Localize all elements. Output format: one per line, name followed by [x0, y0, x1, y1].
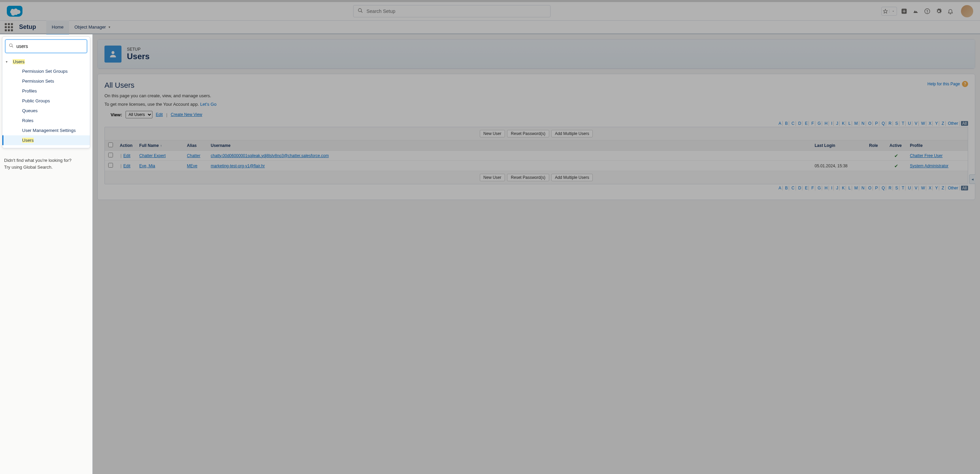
favorites-group[interactable]: [881, 7, 897, 16]
alpha-m[interactable]: M: [853, 185, 859, 190]
alpha-c[interactable]: C: [791, 121, 796, 126]
edit-link[interactable]: Edit: [123, 163, 130, 168]
alpha-c[interactable]: C: [791, 185, 796, 190]
view-create-link[interactable]: Create New View: [171, 112, 202, 117]
alpha-a[interactable]: A: [778, 121, 783, 126]
alpha-s[interactable]: S: [894, 185, 899, 190]
global-search-input[interactable]: [366, 8, 546, 14]
alpha-i[interactable]: I: [830, 185, 834, 190]
col-role[interactable]: Role: [865, 140, 886, 151]
expand-flyout[interactable]: ◂: [969, 174, 975, 184]
alpha-u[interactable]: U: [907, 121, 912, 126]
trailhead-icon[interactable]: [911, 7, 920, 16]
alpha-o[interactable]: O: [867, 121, 873, 126]
tab-home[interactable]: Home: [46, 21, 69, 34]
help-icon[interactable]: [923, 7, 932, 16]
salesforce-logo[interactable]: [7, 6, 22, 17]
app-launcher-icon[interactable]: [5, 23, 13, 31]
lets-go-link[interactable]: Let's Go: [200, 101, 216, 107]
star-icon[interactable]: [882, 9, 889, 14]
alpha-other[interactable]: Other: [947, 185, 959, 190]
sidebar-item-queues[interactable]: Queues: [2, 106, 90, 116]
alpha-l[interactable]: L: [847, 121, 852, 126]
sidebar-item-permission-set-groups[interactable]: Permission Set Groups: [2, 66, 90, 76]
alpha-w[interactable]: W: [920, 185, 926, 190]
alias-link[interactable]: Chatter: [187, 153, 200, 158]
col-username[interactable]: Username: [207, 140, 811, 151]
alpha-w[interactable]: W: [920, 121, 926, 126]
sidebar-item-profiles[interactable]: Profiles: [2, 86, 90, 96]
alpha-x[interactable]: X: [928, 121, 933, 126]
chevron-down-icon[interactable]: ▾: [6, 60, 11, 63]
quick-find[interactable]: [5, 40, 87, 53]
alpha-y[interactable]: Y: [934, 121, 939, 126]
alpha-j[interactable]: J: [835, 121, 840, 126]
profile-link[interactable]: System Administrator: [910, 163, 948, 168]
alpha-v[interactable]: V: [914, 185, 919, 190]
alias-link[interactable]: MEve: [187, 163, 197, 168]
reset-password-button[interactable]: Reset Password(s): [507, 174, 549, 181]
alpha-d[interactable]: D: [797, 185, 803, 190]
username-link[interactable]: chatty.00d06000001sqileak.ydj8lslv8no3@c…: [211, 153, 329, 158]
alpha-z[interactable]: Z: [940, 121, 945, 126]
alpha-r[interactable]: R: [888, 121, 893, 126]
add-multiple-users-button[interactable]: Add Multiple Users: [551, 174, 593, 181]
sidebar-item-user-management-settings[interactable]: User Management Settings: [2, 125, 90, 135]
alpha-e[interactable]: E: [804, 185, 809, 190]
col-profile[interactable]: Profile: [907, 140, 968, 151]
alpha-d[interactable]: D: [797, 121, 803, 126]
alpha-t[interactable]: T: [901, 185, 905, 190]
alpha-other[interactable]: Other: [947, 121, 959, 126]
gear-icon[interactable]: [934, 7, 943, 16]
alpha-i[interactable]: I: [830, 121, 834, 126]
alpha-f[interactable]: F: [810, 121, 815, 126]
alpha-a[interactable]: A: [778, 185, 783, 190]
alpha-g[interactable]: G: [817, 185, 822, 190]
bell-icon[interactable]: [946, 7, 955, 16]
alpha-x[interactable]: X: [928, 185, 933, 190]
profile-link[interactable]: Chatter Free User: [910, 153, 943, 158]
alpha-j[interactable]: J: [835, 185, 840, 190]
sidebar-item-permission-sets[interactable]: Permission Sets: [2, 76, 90, 86]
alpha-filter-top[interactable]: ABCDEFGHIJKLMNOPQRSTUVWXYZOtherAll: [105, 121, 968, 126]
alpha-b[interactable]: B: [784, 121, 789, 126]
alpha-r[interactable]: R: [888, 185, 893, 190]
alpha-b[interactable]: B: [784, 185, 789, 190]
full-name-link[interactable]: Eve, Mia: [139, 163, 155, 168]
help-link[interactable]: Help for this Page ?: [928, 81, 968, 87]
alpha-e[interactable]: E: [804, 121, 809, 126]
alpha-m[interactable]: M: [853, 121, 859, 126]
alpha-h[interactable]: H: [824, 121, 829, 126]
alpha-t[interactable]: T: [901, 121, 905, 126]
alpha-all[interactable]: All: [961, 121, 968, 126]
new-user-button[interactable]: New User: [480, 174, 505, 181]
alpha-l[interactable]: L: [847, 185, 852, 190]
alpha-o[interactable]: O: [867, 185, 873, 190]
alpha-u[interactable]: U: [907, 185, 912, 190]
alpha-q[interactable]: Q: [881, 121, 886, 126]
sidebar-item-users[interactable]: Users: [2, 135, 90, 145]
add-icon[interactable]: [900, 7, 908, 16]
row-checkbox[interactable]: [108, 163, 113, 168]
select-all-checkbox[interactable]: [108, 143, 113, 147]
global-search[interactable]: [353, 5, 550, 17]
col-active[interactable]: Active: [886, 140, 907, 151]
alpha-all[interactable]: All: [961, 185, 968, 190]
add-multiple-users-button[interactable]: Add Multiple Users: [551, 130, 593, 137]
tab-object-manager[interactable]: Object Manager ▾: [69, 21, 116, 34]
view-select[interactable]: All Users: [126, 111, 153, 118]
edit-link[interactable]: Edit: [123, 153, 130, 158]
alpha-k[interactable]: K: [841, 121, 846, 126]
alpha-p[interactable]: P: [874, 185, 879, 190]
reset-password-button[interactable]: Reset Password(s): [507, 130, 549, 137]
full-name-link[interactable]: Chatter Expert: [139, 153, 165, 158]
alpha-s[interactable]: S: [894, 121, 899, 126]
col-alias[interactable]: Alias: [183, 140, 207, 151]
col-last-login[interactable]: Last Login: [811, 140, 865, 151]
alpha-g[interactable]: G: [817, 121, 822, 126]
avatar[interactable]: [961, 5, 973, 17]
view-edit-link[interactable]: Edit: [156, 112, 163, 117]
row-checkbox[interactable]: [108, 153, 113, 157]
alpha-h[interactable]: H: [824, 185, 829, 190]
chevron-down-icon[interactable]: ▾: [108, 25, 110, 29]
